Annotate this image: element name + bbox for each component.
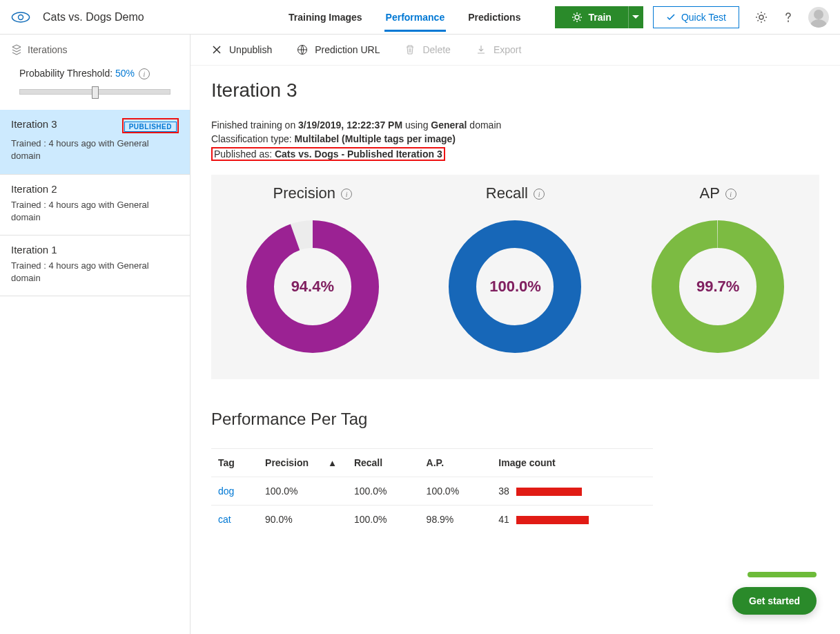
cell-precision: 90.0% xyxy=(258,506,347,534)
unpublish-button[interactable]: Unpublish xyxy=(211,44,272,55)
download-icon xyxy=(476,44,487,55)
cell-recall: 100.0% xyxy=(347,477,420,506)
vision-logo-icon xyxy=(11,11,30,23)
tag-link[interactable]: cat xyxy=(218,514,231,525)
settings-gear-icon[interactable] xyxy=(754,10,768,24)
iteration-subtitle: Trained : 4 hours ago with General domai… xyxy=(11,137,179,162)
precision-info-icon[interactable]: i xyxy=(341,189,352,200)
performance-per-tag: Performance Per Tag Tag Precision▴ Recal… xyxy=(211,410,819,533)
train-button[interactable]: Train xyxy=(555,6,627,28)
col-image-count[interactable]: Image count xyxy=(491,449,653,477)
cell-image-count: 38 xyxy=(491,477,653,506)
recall-metric: Recall i 100.0% xyxy=(446,184,584,356)
svg-point-1 xyxy=(19,15,23,19)
trash-icon xyxy=(404,44,416,55)
recall-donut: 100.0% xyxy=(446,218,584,356)
classification-type-line: Classification type: Multilabel (Multipl… xyxy=(211,133,819,144)
iteration-title: Iteration 3 xyxy=(211,79,819,102)
delete-button: Delete xyxy=(404,44,450,55)
get-started-button[interactable]: Get started xyxy=(732,587,817,615)
precision-metric: Precision i 94.4% xyxy=(244,184,382,356)
metrics-panel: Precision i 94.4% Recall i 100.0% AP i xyxy=(211,175,819,379)
ap-donut: 99.7% xyxy=(649,218,787,356)
cell-ap: 98.9% xyxy=(420,506,492,534)
quick-test-button[interactable]: Quick Test xyxy=(653,6,739,28)
tab-performance[interactable]: Performance xyxy=(384,2,447,32)
prediction-url-button[interactable]: Prediction URL xyxy=(297,44,380,55)
layers-icon xyxy=(11,44,22,55)
finished-training-line: Finished training on 3/19/2019, 12:22:37… xyxy=(211,119,819,131)
sort-asc-icon: ▴ xyxy=(330,457,335,468)
cell-recall: 100.0% xyxy=(347,506,420,534)
cell-image-count: 41 xyxy=(491,506,653,534)
top-bar: Cats vs. Dogs Demo Training Images Perfo… xyxy=(0,0,840,35)
floating-progress-pill xyxy=(748,572,817,577)
close-icon xyxy=(211,44,222,55)
gear-train-icon xyxy=(572,12,583,23)
tag-link[interactable]: dog xyxy=(218,486,234,497)
iterations-sidebar: Iterations Probability Threshold: 50% i … xyxy=(0,35,191,634)
col-recall[interactable]: Recall xyxy=(347,449,420,477)
table-row: cat90.0%100.0%98.9%41 xyxy=(211,506,653,534)
recall-info-icon[interactable]: i xyxy=(534,189,545,200)
svg-point-0 xyxy=(12,12,29,22)
table-row: dog100.0%100.0%100.0%38 xyxy=(211,477,653,506)
help-icon[interactable] xyxy=(782,11,794,23)
svg-point-2 xyxy=(575,15,579,19)
project-title: Cats vs. Dogs Demo xyxy=(43,11,144,23)
ap-metric: AP i 99.7% xyxy=(649,184,787,356)
count-bar xyxy=(516,488,582,496)
check-icon xyxy=(666,12,676,22)
threshold-slider[interactable] xyxy=(19,89,170,95)
iteration-subtitle: Trained : 4 hours ago with General domai… xyxy=(11,199,179,224)
iteration-toolbar: Unpublish Prediction URL Delete Export xyxy=(191,35,840,66)
published-badge: PUBLISHED xyxy=(124,122,177,132)
cell-ap: 100.0% xyxy=(420,477,492,506)
globe-icon xyxy=(297,44,308,55)
user-avatar[interactable] xyxy=(808,7,829,28)
export-button: Export xyxy=(476,44,521,55)
col-tag[interactable]: Tag xyxy=(211,449,258,477)
precision-donut: 94.4% xyxy=(244,218,382,356)
content-pane: Unpublish Prediction URL Delete Export I… xyxy=(191,35,840,634)
iteration-name: Iteration 1 xyxy=(11,244,179,256)
tab-training-images[interactable]: Training Images xyxy=(287,2,364,32)
iteration-item-1[interactable]: Iteration 1 Trained : 4 hours ago with G… xyxy=(0,236,190,296)
cell-precision: 100.0% xyxy=(258,477,347,506)
ap-info-icon[interactable]: i xyxy=(725,189,736,200)
published-as-line: Published as: Cats vs. Dogs - Published … xyxy=(211,147,819,161)
iteration-subtitle: Trained : 4 hours ago with General domai… xyxy=(11,260,179,285)
svg-point-3 xyxy=(759,15,763,19)
count-bar xyxy=(516,516,589,524)
threshold-info-icon[interactable]: i xyxy=(139,68,150,79)
iteration-item-2[interactable]: Iteration 2 Trained : 4 hours ago with G… xyxy=(0,175,190,236)
train-dropdown-button[interactable] xyxy=(628,6,643,28)
caret-down-icon xyxy=(632,15,639,19)
probability-threshold: Probability Threshold: 50% i xyxy=(0,65,190,84)
perf-per-tag-title: Performance Per Tag xyxy=(211,410,819,429)
sidebar-header: Iterations xyxy=(0,35,190,65)
main-tabs: Training Images Performance Predictions xyxy=(287,2,522,32)
iteration-item-3[interactable]: Iteration 3 PUBLISHED Trained : 4 hours … xyxy=(0,110,190,174)
perf-table: Tag Precision▴ Recall A.P. Image count d… xyxy=(211,448,653,533)
train-button-group: Train xyxy=(555,6,643,28)
slider-thumb[interactable] xyxy=(92,86,99,99)
col-precision[interactable]: Precision▴ xyxy=(258,449,347,477)
tab-predictions[interactable]: Predictions xyxy=(467,2,522,32)
col-ap[interactable]: A.P. xyxy=(420,449,492,477)
iteration-name: Iteration 2 xyxy=(11,183,179,195)
iteration-name: Iteration 3 xyxy=(11,118,57,130)
